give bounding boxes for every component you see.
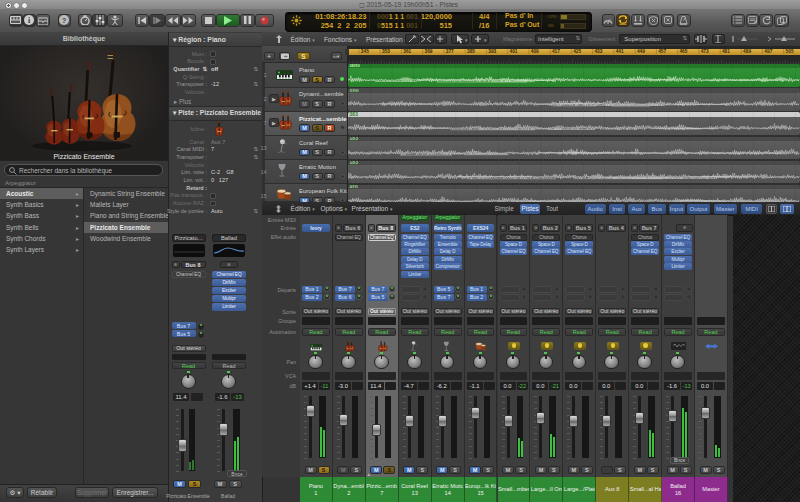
svg-text:▾: ▾: [465, 37, 468, 43]
svg-text:▾: ▾: [484, 37, 487, 43]
svg-text:?: ?: [62, 16, 67, 25]
